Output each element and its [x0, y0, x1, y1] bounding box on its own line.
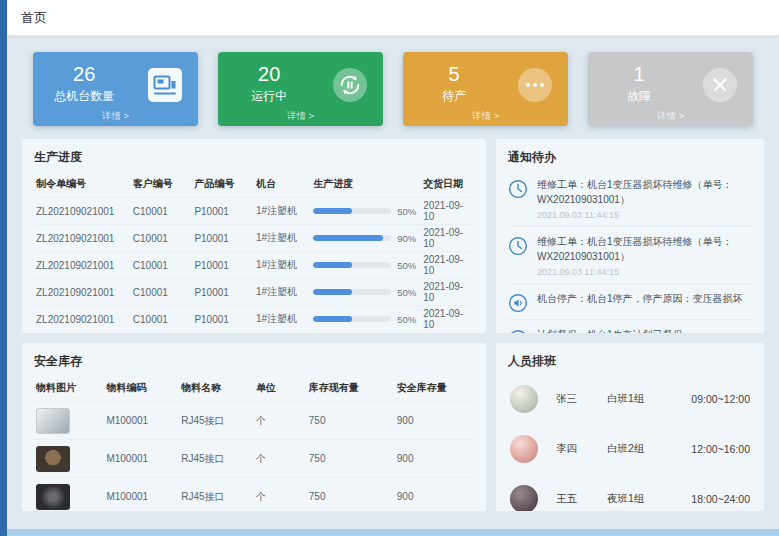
dashboard-page: 首页 26 总机台数量: [7, 0, 779, 529]
table-row: ZL202109021001 C10001 P10001 1#注塑机 50%: [34, 252, 474, 279]
stat-card-main: 26 总机台数量: [33, 63, 135, 105]
page-title-tab[interactable]: 首页: [21, 9, 47, 27]
machine-cell: 1#注塑机: [254, 279, 311, 306]
stat-value: 1: [634, 63, 645, 86]
safety-cell: 900: [395, 478, 474, 513]
stat-card-total-machines: 26 总机台数量 详情 >: [33, 52, 198, 126]
table-row: ZL202109021001 C10001 P10001 1#注塑机 90%: [34, 225, 474, 252]
notification-text: 维修工单：机台1变压器损坏待维修（单号：WX202109031001）: [537, 177, 752, 207]
stat-card-main: 20 运行中: [218, 63, 320, 105]
stat-card-main: 1 故障: [588, 63, 690, 105]
date-cell: 2021-09-10: [421, 306, 474, 333]
progress-label: 50%: [397, 287, 416, 298]
notification-item[interactable]: 维修工单：机台1变压器损坏待维修（单号：WX202109031001） 2021…: [508, 227, 752, 284]
progress-bar: 90%: [313, 233, 419, 244]
unit-cell: 个: [254, 478, 307, 513]
header-cell: 物料名称: [179, 374, 254, 402]
table-row: ZL202109021001 C10001 P10001 1#注塑机 50%: [34, 306, 474, 333]
clock-icon: [508, 236, 528, 256]
table-row: ZL202109021001 C10001 P10001 1#注塑机 50%: [34, 198, 474, 225]
speaker-icon: [508, 293, 528, 313]
stat-cards-row: 26 总机台数量 详情 > 20: [19, 52, 767, 126]
name-cell: RJ45接口: [179, 440, 254, 478]
stat-value: 26: [73, 63, 95, 86]
order-cell: ZL202109021001: [34, 198, 131, 225]
date-cell: 2021-09-10: [421, 252, 474, 279]
progress-label: 50%: [397, 260, 416, 271]
card-detail-link[interactable]: 详情 >: [33, 110, 198, 123]
progress-cell: 90%: [311, 225, 421, 252]
notification-item[interactable]: 计划督促：机台1生产计划已督促 2021.09.03 11:44:15: [508, 320, 752, 334]
production-progress-panel: 生产进度 制令单编号 客户编号 产品编号 机台 生产进度 交货日期: [21, 138, 487, 334]
staff-name: 王五: [556, 492, 607, 506]
progress-cell: 50%: [311, 252, 421, 279]
card-detail-link[interactable]: 详情 >: [218, 110, 383, 123]
stock-cell: 750: [307, 440, 395, 478]
staff-time: 18:00~24:00: [691, 493, 750, 505]
staff-name: 李四: [556, 442, 607, 456]
order-cell: ZL202109021001: [34, 306, 131, 333]
production-table: 制令单编号 客户编号 产品编号 机台 生产进度 交货日期 ZL202109021…: [34, 170, 474, 333]
header-cell: 物料编码: [104, 374, 179, 402]
schedule-row: 李四 白班2组 12:00~16:00: [508, 424, 752, 474]
window-left-border: [0, 0, 7, 536]
customer-cell: C10001: [131, 225, 193, 252]
code-cell: M100001: [104, 478, 179, 513]
header-cell: 产品编号: [192, 170, 254, 198]
customer-cell: C10001: [131, 279, 193, 306]
date-cell: 2021-09-10: [421, 198, 474, 225]
header-cell: 物料图片: [34, 374, 104, 402]
code-cell: M100001: [104, 402, 179, 440]
header-cell: 单位: [254, 374, 307, 402]
schedule-row: 王五 夜班1组 18:00~24:00: [508, 474, 752, 512]
staff-avatar: [510, 435, 538, 463]
notification-text: 计划督促：机台1生产计划已督促: [537, 327, 683, 334]
order-cell: ZL202109021001: [34, 225, 131, 252]
stat-card-main: 5 待产: [403, 63, 505, 105]
header-cell: 库存现有量: [307, 374, 395, 402]
stat-label: 待产: [442, 88, 466, 105]
schedule-row: 张三 白班1组 09:00~12:00: [508, 374, 752, 424]
header-cell: 制令单编号: [34, 170, 131, 198]
product-cell: P10001: [192, 306, 254, 333]
unit-cell: 个: [254, 402, 307, 440]
table-row: M100001 RJ45接口 个 750 900: [34, 478, 474, 513]
table-header-row: 物料图片 物料编码 物料名称 单位 库存现有量 安全库存量: [34, 374, 474, 402]
header-cell: 机台: [254, 170, 311, 198]
image-cell: [34, 402, 104, 440]
speaker-icon: [508, 329, 528, 334]
notifications-panel: 通知待办 维修工单：机台1变压器损坏待维修（单号：WX202109031001）…: [495, 138, 765, 334]
header-cell: 安全库存量: [395, 374, 474, 402]
panel-title: 生产进度: [34, 149, 474, 166]
date-cell: 2021-09-10: [421, 225, 474, 252]
staff-time: 09:00~12:00: [691, 393, 750, 405]
order-cell: ZL202109021001: [34, 279, 131, 306]
panel-title: 人员排班: [508, 353, 752, 370]
machine-icon: [148, 68, 182, 102]
table-row: M100001 RJ45接口 个 750 900: [34, 402, 474, 440]
notification-item[interactable]: 机台停产：机台1停产，停产原因：变压器损坏: [508, 284, 752, 320]
customer-cell: C10001: [131, 306, 193, 333]
machine-cell: 1#注塑机: [254, 198, 311, 225]
card-detail-link[interactable]: 详情 >: [403, 110, 568, 123]
card-detail-link[interactable]: 详情 >: [588, 110, 753, 123]
progress-bar: 50%: [313, 206, 419, 217]
header-cell: 客户编号: [131, 170, 193, 198]
product-cell: P10001: [192, 252, 254, 279]
progress-cell: 50%: [311, 198, 421, 225]
progress-label: 50%: [397, 206, 416, 217]
panel-title: 通知待办: [508, 149, 752, 166]
panel-title: 安全库存: [34, 353, 474, 370]
stock-cell: 750: [307, 478, 395, 513]
tools-icon: [703, 68, 737, 102]
notification-time: 2021.09.03 11:44:15: [537, 210, 752, 220]
staff-avatar: [510, 485, 538, 512]
date-cell: 2021-09-10: [421, 279, 474, 306]
staff-shift: 夜班1组: [607, 492, 691, 506]
table-row: ZL202109021001 C10001 P10001 1#注塑机 50%: [34, 279, 474, 306]
dashboard-content: 26 总机台数量 详情 > 20: [7, 36, 779, 512]
notification-item[interactable]: 维修工单：机台1变压器损坏待维修（单号：WX202109031001） 2021…: [508, 170, 752, 227]
material-photo: [36, 446, 70, 472]
customer-cell: C10001: [131, 198, 193, 225]
stat-label: 运行中: [251, 88, 287, 105]
